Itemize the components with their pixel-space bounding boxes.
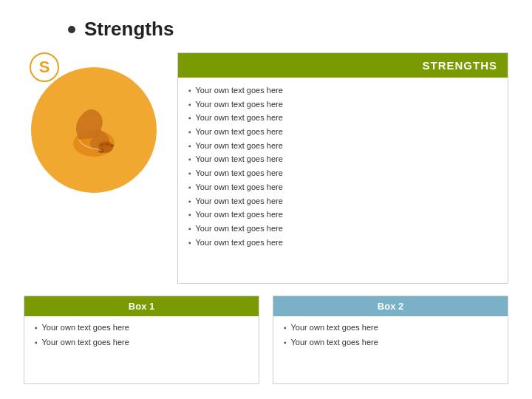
svg-rect-5 [110, 144, 114, 147]
main-section: S [24, 52, 508, 284]
svg-rect-3 [100, 143, 104, 146]
box2-item: Your own text goes here [284, 321, 497, 335]
strengths-header: STRENGTHS [178, 53, 508, 78]
bottom-row: Box 1 Your own text goes hereYour own te… [24, 296, 508, 384]
box2-header: Box 2 [273, 296, 508, 316]
circle-area: S [24, 52, 164, 284]
strengths-item: Your own text goes here [188, 208, 497, 222]
strengths-item: Your own text goes here [188, 180, 497, 194]
strengths-item: Your own text goes here [188, 222, 497, 236]
box2-body: Your own text goes hereYour own text goe… [273, 316, 508, 383]
box1-item: Your own text goes here [35, 335, 248, 350]
box1-body: Your own text goes hereYour own text goe… [24, 316, 259, 383]
page: Strengths S [0, 0, 532, 399]
page-title: Strengths [84, 18, 174, 41]
svg-rect-4 [105, 143, 109, 146]
s-badge: S [30, 52, 59, 82]
strengths-body: Your own text goes hereYour own text goe… [178, 78, 508, 283]
strengths-item: Your own text goes here [188, 125, 497, 139]
box2-item: Your own text goes here [284, 335, 497, 350]
strengths-item: Your own text goes here [188, 236, 497, 250]
box1-item: Your own text goes here [35, 321, 248, 335]
strengths-item: Your own text goes here [188, 98, 497, 112]
orange-circle [31, 67, 157, 193]
strengths-item: Your own text goes here [188, 152, 497, 166]
box2: Box 2 Your own text goes hereYour own te… [273, 296, 508, 384]
title-row: Strengths [24, 18, 508, 41]
bullet-icon [68, 26, 75, 33]
strengths-item: Your own text goes here [188, 166, 497, 180]
arm-icon [57, 88, 131, 172]
strengths-item: Your own text goes here [188, 111, 497, 125]
strengths-table: STRENGTHS Your own text goes hereYour ow… [177, 52, 508, 284]
strengths-item: Your own text goes here [188, 139, 497, 153]
svg-point-1 [79, 114, 100, 129]
strengths-item: Your own text goes here [188, 83, 497, 98]
strengths-item: Your own text goes here [188, 194, 497, 208]
box1-header: Box 1 [24, 296, 259, 316]
box1: Box 1 Your own text goes hereYour own te… [24, 296, 259, 384]
